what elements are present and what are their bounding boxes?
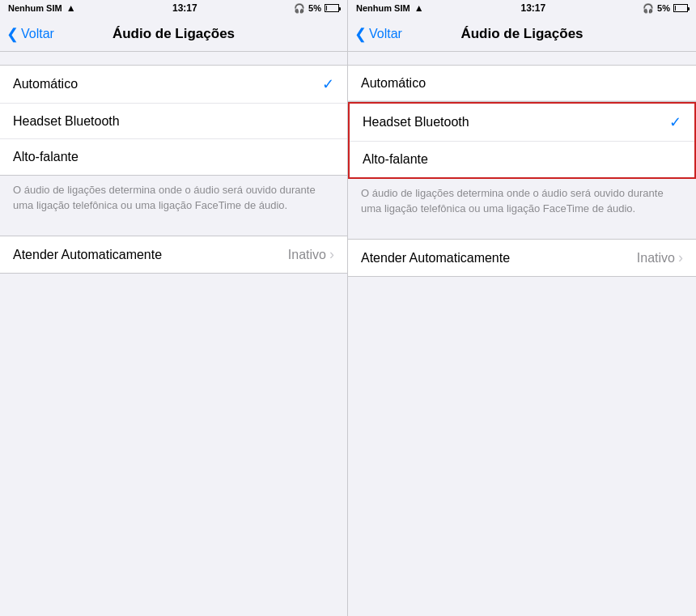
status-left-right: Nenhum SIM ▲ [356, 2, 424, 14]
chevron-left-icon-right: ❮ [354, 25, 367, 43]
automatico-section-right: Automático [348, 65, 696, 102]
carrier-right: Nenhum SIM [356, 3, 410, 13]
description-section-right: O áudio de ligações determina onde o áud… [348, 179, 696, 226]
altofalante-item-left[interactable]: Alto-falante [0, 139, 347, 175]
nav-bar-left: ❮ Voltar Áudio de Ligações [0, 16, 347, 52]
automatico-item-left[interactable]: Automático ✓ [0, 66, 347, 104]
automatico-check-left: ✓ [322, 75, 334, 93]
altofalante-label-right: Alto-falante [363, 152, 428, 167]
back-label-right[interactable]: Voltar [369, 27, 402, 41]
headset-label-right: Headset Bluetooth [363, 115, 469, 130]
atender-item-left[interactable]: Atender Automaticamente Inativo › [0, 236, 347, 274]
automatico-label-left: Automático [13, 77, 78, 91]
automatico-label-right: Automático [361, 76, 426, 91]
atender-value-left: Inativo [288, 248, 326, 262]
status-bar-left: Nenhum SIM ▲ 13:17 🎧 5% [0, 0, 347, 16]
content-left: Automático ✓ Headset Bluetooth Alto-fala… [0, 52, 347, 616]
battery-icon-right [673, 4, 688, 12]
highlighted-section-right: Headset Bluetooth ✓ Alto-falante [348, 102, 696, 179]
chevron-left-icon: ❮ [6, 25, 19, 43]
back-label-left[interactable]: Voltar [21, 27, 54, 41]
headset-item-right[interactable]: Headset Bluetooth ✓ [350, 104, 694, 142]
time-right: 13:17 [520, 2, 545, 14]
battery-percent-left: 5% [308, 3, 321, 13]
status-left: Nenhum SIM ▲ [8, 2, 76, 14]
headset-check-right: ✓ [669, 113, 681, 131]
status-right-right: 🎧 5% [643, 3, 688, 14]
headset-icon-left: 🎧 [294, 3, 305, 14]
automatico-item-right[interactable]: Automático [348, 66, 696, 101]
headset-icon-right: 🎧 [643, 3, 654, 14]
right-panel: Nenhum SIM ▲ 13:17 🎧 5% ❮ Voltar Áudio d… [348, 0, 696, 616]
headset-label-left: Headset Bluetooth [13, 114, 120, 129]
chevron-right-icon-right: › [678, 249, 683, 266]
altofalante-label-left: Alto-falante [13, 150, 79, 164]
description-section-left: O áudio de ligações determina onde o áud… [0, 176, 347, 223]
atender-label-left: Atender Automaticamente [13, 248, 162, 262]
battery-icon-left [325, 4, 339, 12]
chevron-right-icon-left: › [329, 246, 334, 263]
atender-value-right: Inativo [637, 251, 675, 266]
atender-section-right: Atender Automaticamente Inativo › [348, 239, 696, 277]
left-panel: Nenhum SIM ▲ 13:17 🎧 5% ❮ Voltar Áudio d… [0, 0, 348, 616]
audio-options-section-left: Automático ✓ Headset Bluetooth Alto-fala… [0, 65, 347, 176]
battery-percent-right: 5% [657, 3, 670, 13]
time-left: 13:17 [172, 2, 197, 14]
nav-title-right: Áudio de Ligações [460, 26, 583, 42]
altofalante-item-right[interactable]: Alto-falante [350, 142, 694, 177]
atender-section-left: Atender Automaticamente Inativo › [0, 236, 347, 274]
wifi-icon-left: ▲ [66, 2, 76, 14]
status-bar-right: Nenhum SIM ▲ 13:17 🎧 5% [348, 0, 696, 16]
atender-right-left: Inativo › [288, 246, 334, 263]
content-right: Automático Headset Bluetooth ✓ Alto-fala… [348, 52, 696, 616]
status-right-left: 🎧 5% [294, 3, 339, 14]
atender-item-right[interactable]: Atender Automaticamente Inativo › [348, 239, 696, 277]
carrier-left: Nenhum SIM [8, 3, 62, 13]
atender-label-right: Atender Automaticamente [361, 251, 510, 266]
description-text-left: O áudio de ligações determina onde o áud… [13, 184, 316, 211]
headset-item-left[interactable]: Headset Bluetooth [0, 104, 347, 139]
back-button-right[interactable]: ❮ Voltar [354, 25, 402, 43]
back-button-left[interactable]: ❮ Voltar [6, 25, 54, 43]
atender-right-right: Inativo › [637, 249, 683, 266]
wifi-icon-right: ▲ [414, 2, 424, 14]
nav-bar-right: ❮ Voltar Áudio de Ligações [348, 16, 696, 52]
description-text-right: O áudio de ligações determina onde o áud… [361, 187, 664, 215]
nav-title-left: Áudio de Ligações [112, 26, 235, 42]
